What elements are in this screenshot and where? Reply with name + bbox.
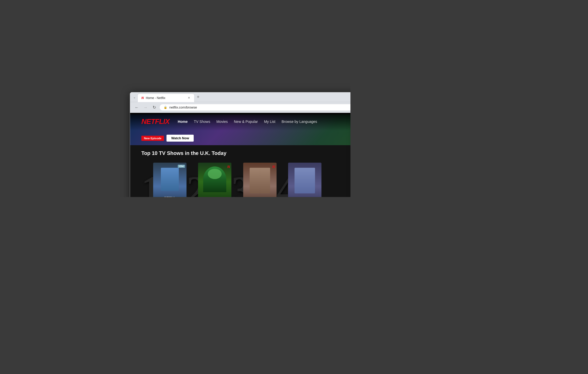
tab-dropdown-btn[interactable]: ⌄: [133, 95, 136, 99]
netflix-navbar: NETFLIX Home TV Shows Movies New & Popul…: [130, 113, 350, 130]
active-tab[interactable]: N Home - Netflix ✕: [138, 94, 194, 102]
show-card-depp[interactable]: Ch4 DEPP V.HEARD Recently added: [153, 163, 187, 197]
show-card-extra-tv[interactable]: Recently added: [288, 163, 321, 197]
show-card-bridgerton[interactable]: N BRIDGERTON New Episodes: [243, 163, 277, 197]
tv-shows-section: Top 10 TV Shows in the U.K. Today 1 Ch4 …: [141, 150, 350, 197]
tv-item-3[interactable]: 3 N BRIDGERTON New Episodes: [231, 163, 277, 197]
reload-btn[interactable]: ↻: [151, 104, 158, 111]
nav-new-popular[interactable]: New & Popular: [234, 120, 258, 124]
tv-shows-row: 1 Ch4 DEPP V.HEARD Recently added: [141, 159, 350, 197]
tv-section-title: Top 10 TV Shows in the U.K. Today: [141, 150, 350, 156]
new-tab-btn[interactable]: +: [194, 94, 202, 100]
tab-close-btn[interactable]: ✕: [187, 96, 191, 100]
nav-movies[interactable]: Movies: [216, 120, 228, 124]
tab-favicon: N: [141, 96, 144, 100]
forward-btn[interactable]: →: [142, 104, 149, 111]
watch-now-btn[interactable]: Watch Now: [166, 135, 194, 142]
security-icon: 🔒: [164, 106, 167, 109]
tv-item-1[interactable]: 1 Ch4 DEPP V.HEARD Recently added: [141, 163, 187, 197]
netflix-page: NETFLIX Home TV Shows Movies New & Popul…: [130, 113, 350, 197]
tv-item-2[interactable]: 2 N Rick and Morty New Season: [187, 163, 232, 197]
show-card-rick[interactable]: N Rick and Morty New Season: [198, 163, 231, 197]
nav-browse-languages[interactable]: Browse by Languages: [281, 120, 317, 124]
back-btn[interactable]: ←: [133, 104, 140, 111]
new-episode-badge: New Episode: [141, 136, 164, 141]
tv-item-4[interactable]: 4 Recently added: [277, 163, 322, 197]
nav-my-list[interactable]: My List: [264, 120, 275, 124]
netflix-logo[interactable]: NETFLIX: [141, 117, 170, 126]
nav-home[interactable]: Home: [178, 120, 188, 124]
address-bar[interactable]: 🔒 netflix.com/browse: [159, 104, 350, 111]
nav-tv-shows[interactable]: TV Shows: [194, 120, 210, 124]
tab-title: Home - Netflix: [146, 96, 165, 100]
url-text: netflix.com/browse: [169, 105, 197, 109]
